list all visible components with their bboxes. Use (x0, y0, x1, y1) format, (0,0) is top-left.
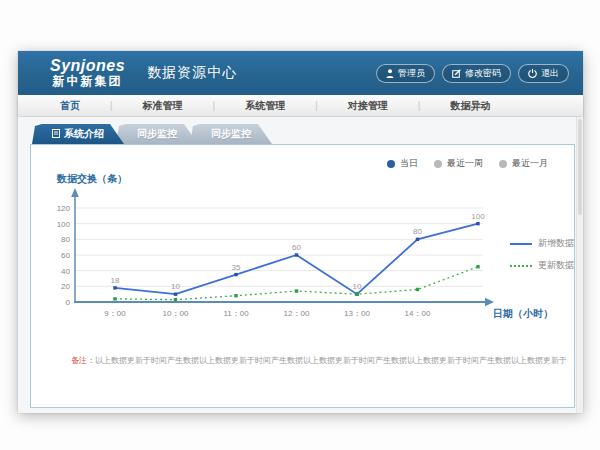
svg-text:60: 60 (292, 243, 301, 252)
app-window: Synjones 新中新集团 数据资源中心 管理员 修改密码 退出 首页 | 标… (18, 51, 583, 413)
nav-item-standard-mgmt[interactable]: 标准管理 (113, 99, 213, 113)
time-range-filter: 当日 最近一周 最近一月 (387, 157, 548, 170)
radio-dot-icon (499, 160, 507, 168)
app-header: Synjones 新中新集团 数据资源中心 管理员 修改密码 退出 (18, 51, 583, 95)
radio-last-month[interactable]: 最近一月 (499, 157, 548, 170)
svg-text:11：00: 11：00 (223, 309, 249, 318)
admin-user-label: 管理员 (398, 67, 425, 80)
logout-label: 退出 (541, 67, 559, 80)
chart-panel: 当日 最近一周 最近一月 数据交换（条） 0204060801001209：00… (30, 144, 575, 408)
nav-item-interface-mgmt[interactable]: 对接管理 (318, 99, 418, 113)
admin-user-button[interactable]: 管理员 (376, 64, 435, 83)
svg-text:10: 10 (353, 282, 362, 291)
x-axis-title: 日期（小时） (493, 307, 553, 321)
document-icon (52, 129, 60, 140)
content-area: 系统介绍 同步监控 同步监控 当日 最近一周 (18, 117, 583, 413)
logo-text-cn: 新中新集团 (50, 75, 125, 88)
radio-dot-icon (387, 160, 395, 168)
logout-button[interactable]: 退出 (518, 64, 569, 83)
svg-text:100: 100 (471, 212, 485, 221)
svg-text:14：00: 14：00 (405, 309, 431, 318)
svg-text:120: 120 (57, 204, 71, 213)
svg-text:80: 80 (413, 227, 422, 236)
change-password-label: 修改密码 (465, 67, 501, 80)
edit-icon (452, 69, 461, 78)
legend-label: 更新数据 (538, 259, 574, 272)
nav-item-home[interactable]: 首页 (30, 99, 110, 113)
svg-text:0: 0 (66, 298, 71, 307)
svg-text:80: 80 (61, 235, 70, 244)
svg-text:35: 35 (232, 263, 241, 272)
footnote-prefix: 备注： (71, 356, 95, 365)
svg-text:20: 20 (61, 282, 70, 291)
svg-text:10: 10 (171, 282, 180, 291)
svg-text:13：00: 13：00 (344, 309, 370, 318)
tab-system-intro[interactable]: 系统介绍 (32, 124, 124, 144)
header-actions: 管理员 修改密码 退出 (376, 64, 569, 83)
nav-item-data-change[interactable]: 数据异动 (420, 99, 520, 113)
svg-text:100: 100 (57, 220, 71, 229)
tab-bar: 系统介绍 同步监控 同步监控 (32, 124, 264, 144)
scrollbar-thumb[interactable] (578, 119, 582, 215)
tab-label: 系统介绍 (64, 127, 104, 141)
power-icon (528, 69, 537, 78)
svg-text:10：00: 10：00 (163, 309, 189, 318)
tab-sync-monitor-2[interactable]: 同步监控 (190, 124, 272, 144)
blue-line-icon (510, 243, 532, 245)
main-nav: 首页 | 标准管理 | 系统管理 | 对接管理 | 数据异动 (18, 95, 583, 117)
line-chart: 0204060801001209：0010：0011：0012：0013：001… (55, 184, 505, 324)
svg-text:18: 18 (111, 276, 120, 285)
svg-text:9：00: 9：00 (104, 309, 126, 318)
logo: Synjones 新中新集团 (50, 58, 125, 87)
change-password-button[interactable]: 修改密码 (442, 64, 511, 83)
footnote: 备注：以上数据更新于时间产生数据以上数据更新于时间产生数据以上数据更新于时间产生… (71, 355, 571, 366)
radio-label: 最近一周 (447, 157, 483, 170)
chart-legend: 新增数据 更新数据 (510, 237, 574, 272)
svg-text:40: 40 (61, 267, 70, 276)
tab-sync-monitor-1[interactable]: 同步监控 (116, 124, 198, 144)
logo-text-en: Synjones (50, 58, 125, 75)
user-icon (386, 69, 394, 78)
radio-label: 最近一月 (512, 157, 548, 170)
legend-item-new-data: 新增数据 (510, 237, 574, 250)
green-dotted-line-icon (510, 265, 532, 267)
tab-label: 同步监控 (137, 127, 177, 141)
svg-text:12：00: 12：00 (284, 309, 310, 318)
svg-text:60: 60 (61, 251, 70, 260)
nav-item-system-mgmt[interactable]: 系统管理 (215, 99, 315, 113)
tab-label: 同步监控 (211, 127, 251, 141)
radio-label: 当日 (400, 157, 418, 170)
vertical-scrollbar[interactable] (576, 117, 583, 413)
footnote-text: 以上数据更新于时间产生数据以上数据更新于时间产生数据以上数据更新于时间产生数据以… (95, 356, 567, 365)
radio-dot-icon (434, 160, 442, 168)
page-title: 数据资源中心 (147, 64, 237, 82)
radio-today[interactable]: 当日 (387, 157, 418, 170)
legend-label: 新增数据 (538, 237, 574, 250)
legend-item-updated-data: 更新数据 (510, 259, 574, 272)
radio-last-week[interactable]: 最近一周 (434, 157, 483, 170)
